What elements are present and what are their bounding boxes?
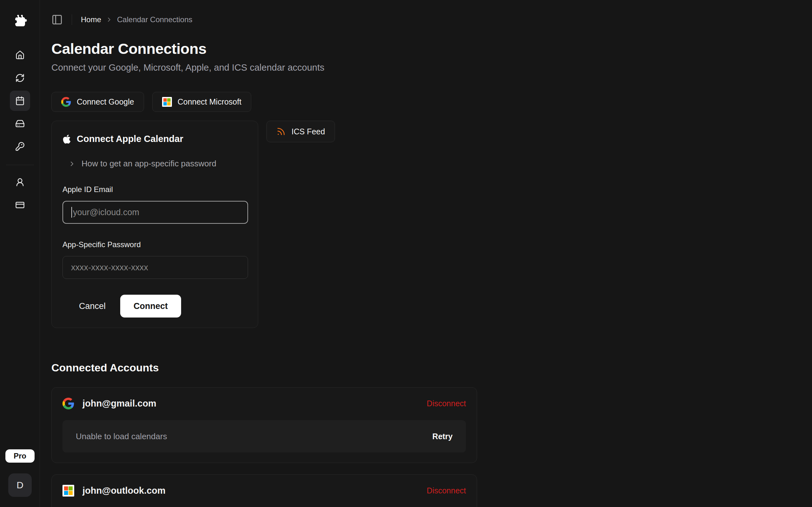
panel-left-icon	[51, 14, 63, 25]
microsoft-logo-icon	[162, 97, 172, 107]
topbar-divider	[72, 14, 72, 25]
sidebar-item-sync[interactable]	[10, 68, 30, 88]
password-placeholder-text: xxxx-xxxx-xxxx-xxxx	[71, 263, 148, 273]
credit-card-icon	[15, 200, 25, 210]
connect-microsoft-button[interactable]: Connect Microsoft	[152, 92, 251, 112]
app-specific-password-label: App-Specific Password	[62, 240, 247, 249]
apple-form-actions: Cancel Connect	[71, 295, 247, 318]
google-logo-icon	[62, 398, 74, 409]
email-placeholder-text: your@icloud.com	[73, 208, 139, 217]
google-logo-icon	[61, 97, 71, 107]
apple-connect-card: Connect Apple Calendar How to get an app…	[51, 121, 258, 328]
disconnect-button[interactable]: Disconnect	[426, 486, 466, 495]
connected-account-card-google: john@gmail.com Disconnect Unable to load…	[51, 387, 477, 463]
sidebar: Pro D	[0, 0, 40, 507]
ics-feed-button[interactable]: ICS Feed	[266, 121, 335, 142]
page-subtitle: Connect your Google, Microsoft, Apple, a…	[51, 62, 812, 73]
rss-icon	[276, 127, 286, 136]
connect-google-label: Connect Google	[77, 97, 134, 107]
account-email: john@gmail.com	[83, 398, 156, 409]
account-email: john@outlook.com	[83, 486, 165, 496]
key-icon	[15, 142, 25, 151]
apple-id-email-input[interactable]: your@icloud.com	[62, 201, 248, 224]
chevron-right-icon	[106, 16, 113, 23]
sidebar-divider	[6, 165, 34, 165]
user-icon	[15, 177, 25, 187]
apple-card-title: Connect Apple Calendar	[77, 134, 183, 144]
account-row: john@outlook.com Disconnect	[62, 485, 466, 497]
apple-card-header: Connect Apple Calendar	[62, 134, 247, 144]
sidebar-item-account[interactable]	[10, 172, 30, 192]
connect-providers-section: Connect Google Connect Microsoft Con	[51, 92, 400, 328]
refresh-icon	[15, 73, 25, 83]
connect-google-button[interactable]: Connect Google	[51, 92, 144, 112]
calendar-icon	[15, 96, 25, 106]
main-content: Home Calendar Connections Calendar Conne…	[40, 0, 812, 507]
connected-account-card-microsoft: john@outlook.com Disconnect	[51, 474, 477, 507]
avatar[interactable]: D	[8, 473, 32, 497]
page-title: Calendar Connections	[51, 40, 812, 57]
disclosure-label: How to get an app-specific password	[82, 159, 216, 169]
microsoft-logo-icon	[62, 485, 74, 497]
account-row: john@gmail.com Disconnect	[62, 398, 466, 409]
sidebar-item-storage[interactable]	[10, 113, 30, 134]
cancel-button[interactable]: Cancel	[71, 295, 113, 317]
chevron-right-icon	[68, 160, 76, 168]
sidebar-toggle-button[interactable]	[51, 14, 63, 25]
connect-button[interactable]: Connect	[120, 295, 181, 318]
disconnect-button[interactable]: Disconnect	[426, 399, 466, 408]
text-cursor	[71, 207, 72, 218]
house-icon	[15, 50, 25, 60]
error-message: Unable to load calendars	[76, 432, 167, 441]
retry-button[interactable]: Retry	[432, 432, 453, 441]
app-specific-password-disclosure[interactable]: How to get an app-specific password	[68, 159, 216, 169]
sidebar-item-home[interactable]	[10, 45, 30, 65]
connect-microsoft-label: Connect Microsoft	[177, 97, 241, 107]
apple-id-email-label: Apple ID Email	[62, 185, 247, 194]
app-logo-calendar-puzzle-icon[interactable]	[12, 13, 28, 29]
breadcrumb-home-link[interactable]: Home	[81, 15, 101, 24]
topbar: Home Calendar Connections	[51, 13, 812, 26]
breadcrumb: Home Calendar Connections	[81, 15, 193, 24]
app-specific-password-input[interactable]: xxxx-xxxx-xxxx-xxxx	[62, 256, 248, 279]
breadcrumb-current: Calendar Connections	[117, 15, 192, 24]
sidebar-item-api-keys[interactable]	[10, 136, 30, 157]
sidebar-item-calendar-connections[interactable]	[10, 91, 30, 111]
apple-logo-icon	[62, 134, 71, 144]
connected-accounts-heading: Connected Accounts	[51, 361, 812, 374]
ics-feed-label: ICS Feed	[292, 127, 325, 136]
hard-drive-icon	[15, 119, 25, 128]
pro-badge[interactable]: Pro	[5, 449, 35, 463]
sidebar-item-billing[interactable]	[10, 195, 30, 215]
calendar-load-error-panel: Unable to load calendars Retry	[62, 420, 466, 452]
